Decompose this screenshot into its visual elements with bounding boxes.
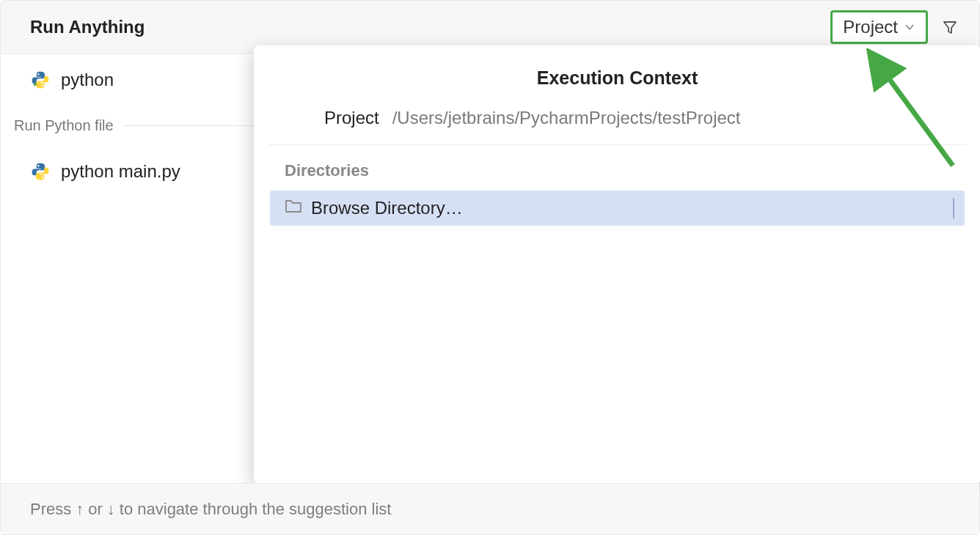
filter-icon[interactable] <box>941 18 959 36</box>
suggestion-section-label: Run Python file <box>14 117 114 134</box>
python-icon <box>30 161 51 182</box>
hint-or: or <box>88 500 103 519</box>
project-path-label: Project <box>324 108 379 128</box>
hint-suffix: to navigate through the suggestion list <box>120 500 392 519</box>
popover-title: Execution Context <box>254 45 980 108</box>
project-path-value: /Users/jetbrains/PycharmProjects/testPro… <box>392 108 741 128</box>
project-scope-dropdown[interactable]: Project <box>830 10 928 44</box>
text-caret <box>953 198 954 218</box>
svg-point-2 <box>37 165 39 166</box>
folder-icon <box>285 198 302 218</box>
arrow-down-icon: ↓ <box>107 500 115 519</box>
suggestion-item-label: python main.py <box>61 161 180 182</box>
hint-prefix: Press <box>30 500 71 519</box>
browse-directory-label: Browse Directory… <box>311 198 463 218</box>
footer-hint: Press ↑ or ↓ to navigate through the sug… <box>1 483 979 534</box>
dialog-title: Run Anything <box>30 17 830 37</box>
suggestion-item-label: python <box>61 70 114 90</box>
python-icon <box>30 70 51 90</box>
project-path-row: Project /Users/jetbrains/PycharmProjects… <box>268 108 966 145</box>
svg-point-1 <box>41 85 43 86</box>
execution-context-popover: Execution Context Project /Users/jetbrai… <box>254 45 980 484</box>
project-scope-label: Project <box>843 17 898 37</box>
run-anything-dialog: Run Anything Project python <box>0 0 980 535</box>
browse-directory-item[interactable]: Browse Directory… <box>270 191 965 226</box>
directories-heading: Directories <box>254 145 980 191</box>
svg-point-0 <box>37 73 39 75</box>
chevron-down-icon <box>904 17 915 37</box>
arrow-up-icon: ↑ <box>76 500 84 519</box>
svg-point-3 <box>41 177 43 178</box>
